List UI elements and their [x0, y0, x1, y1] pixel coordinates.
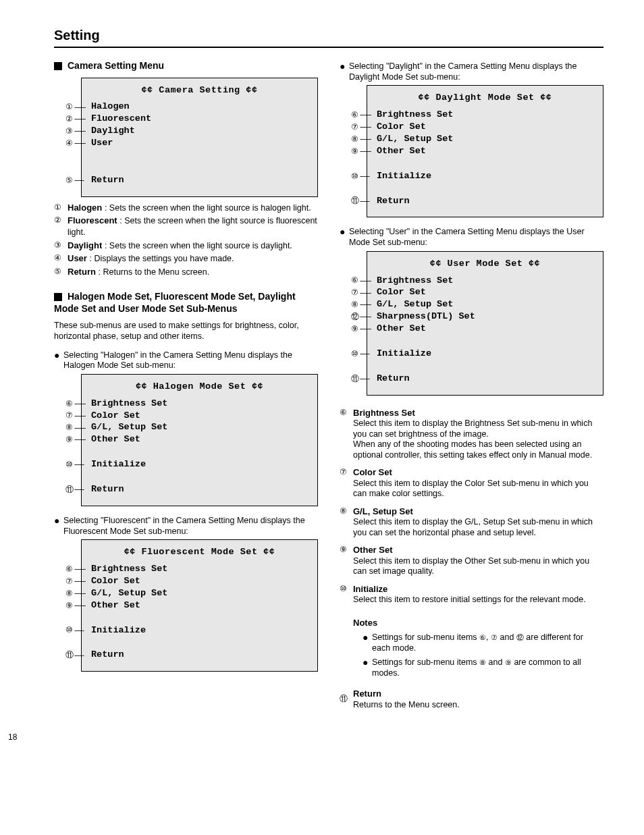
menu-item-brightness[interactable]: Brightness Set	[91, 564, 167, 575]
legend-num-3: ③	[54, 240, 68, 252]
halogen-menu: ¢¢ Halogen Mode Set ¢¢ ⑥-------Brightnes…	[81, 374, 318, 506]
legend-head-brightness: Brightness Set	[353, 408, 603, 419]
menu-item-color[interactable]: Color Set	[91, 576, 140, 587]
bullet-icon: ●	[340, 61, 349, 82]
menu-item-other[interactable]: Other Set	[91, 600, 140, 612]
menu-title: ¢¢ Halogen Mode Set ¢¢	[91, 381, 308, 393]
page-number: 18	[8, 732, 17, 743]
daylight-menu: ¢¢ Daylight Mode Set ¢¢ ⑥-------Brightne…	[367, 85, 603, 217]
submenu-legend: ⑥Brightness SetSelect this item to displ…	[340, 408, 603, 605]
callout-1: ①	[64, 102, 74, 112]
callout-3: ③	[64, 126, 74, 136]
menu-item-other[interactable]: Other Set	[377, 146, 426, 157]
return-legend: ⑪ ReturnReturns to the Menu screen.	[340, 689, 603, 711]
mode-set-para: These sub-menus are used to make setting…	[54, 321, 318, 342]
user-menu: ¢¢ User Mode Set ¢¢ ⑥-------Brightness S…	[367, 251, 603, 396]
legend-num-2: ②	[54, 215, 68, 238]
callout-5: ⑤	[64, 176, 74, 186]
bullet-icon: ●	[54, 350, 63, 371]
menu-item-halogen[interactable]: Halogen	[91, 101, 130, 113]
menu-item-color[interactable]: Color Set	[377, 287, 426, 298]
callout-2: ②	[64, 114, 74, 124]
menu-item-initialize[interactable]: Initialize	[91, 459, 146, 470]
menu-item-gl-setup[interactable]: G/L, Setup Set	[91, 588, 167, 599]
menu-item-initialize[interactable]: Initialize	[91, 625, 146, 637]
legend-num-4: ④	[54, 253, 68, 265]
bullet-icon: ●	[340, 227, 349, 248]
fluorescent-intro: Selecting "Fluorescent" in the Camera Se…	[63, 516, 318, 537]
menu-item-return[interactable]: Return	[377, 196, 410, 207]
legend-head-initialize: Initialize	[353, 584, 603, 595]
note-1: Settings for sub-menu items ⑥, ⑦ and ⑫ a…	[372, 632, 603, 653]
menu-item-gl-setup[interactable]: G/L, Setup Set	[91, 422, 167, 433]
camera-setting-menu: ¢¢ Camera Setting ¢¢ ①-------Halogen ②--…	[81, 78, 318, 197]
right-column: ●Selecting "Daylight" in the Camera Sett…	[340, 57, 603, 710]
menu-item-return[interactable]: Return	[377, 373, 410, 385]
menu-item-brightness[interactable]: Brightness Set	[377, 275, 453, 287]
bullet-icon: ●	[363, 657, 372, 678]
legend-head-color: Color Set	[353, 467, 603, 478]
menu-title: ¢¢ Daylight Mode Set ¢¢	[377, 92, 593, 104]
menu-title: ¢¢ Fluorescent Mode Set ¢¢	[91, 547, 308, 558]
menu-item-other[interactable]: Other Set	[91, 434, 140, 446]
note-2: Settings for sub-menu items ⑧ and ⑨ are …	[372, 657, 603, 678]
section-title: Setting	[54, 27, 603, 44]
camera-setting-heading: Camera Setting Menu	[54, 60, 318, 72]
notes-heading: Notes	[353, 618, 603, 628]
bullet-icon: ●	[363, 632, 372, 653]
menu-item-gl-setup[interactable]: G/L, Setup Set	[377, 299, 453, 311]
menu-item-return[interactable]: Return	[91, 649, 124, 661]
user-intro: Selecting "User" in the Camera Setting M…	[349, 227, 603, 248]
menu-title: ¢¢ Camera Setting ¢¢	[91, 85, 308, 97]
mode-set-heading: Halogen Mode Set, Fluorescent Mode Set, …	[54, 290, 318, 316]
legend-num-1: ①	[54, 203, 68, 214]
bullet-icon: ●	[54, 516, 63, 537]
menu-item-user[interactable]: User	[91, 138, 113, 149]
square-bullet-icon	[54, 62, 62, 70]
menu-item-brightness[interactable]: Brightness Set	[377, 109, 453, 121]
left-column: Camera Setting Menu ¢¢ Camera Setting ¢¢…	[54, 57, 318, 710]
legend-head-gl: G/L, Setup Set	[353, 506, 603, 517]
daylight-intro: Selecting "Daylight" in the Camera Setti…	[349, 61, 603, 82]
menu-item-other[interactable]: Other Set	[377, 323, 426, 335]
legend-head-other: Other Set	[353, 545, 603, 556]
camera-setting-legend: ①Halogen : Sets the screen when the ligh…	[54, 203, 318, 278]
menu-item-color[interactable]: Color Set	[377, 122, 426, 133]
legend-num-5: ⑤	[54, 267, 68, 278]
section-rule	[54, 47, 603, 48]
menu-item-initialize[interactable]: Initialize	[377, 171, 431, 182]
menu-item-daylight[interactable]: Daylight	[91, 126, 135, 137]
menu-item-color[interactable]: Color Set	[91, 410, 140, 422]
menu-item-brightness[interactable]: Brightness Set	[91, 398, 167, 410]
menu-item-return[interactable]: Return	[91, 484, 124, 495]
halogen-intro: Selecting "Halogen" in the Camera Settin…	[63, 350, 318, 371]
menu-item-sharpness[interactable]: Sharpness(DTL) Set	[377, 311, 475, 323]
menu-item-fluorescent[interactable]: Fluorescent	[91, 113, 151, 125]
square-bullet-icon	[54, 293, 62, 301]
menu-item-gl-setup[interactable]: G/L, Setup Set	[377, 134, 453, 145]
menu-title: ¢¢ User Mode Set ¢¢	[377, 259, 593, 270]
fluorescent-menu: ¢¢ Fluorescent Mode Set ¢¢ ⑥-------Brigh…	[81, 539, 318, 672]
callout-4: ④	[64, 138, 74, 149]
menu-item-initialize[interactable]: Initialize	[377, 348, 431, 360]
menu-item-return[interactable]: Return	[91, 175, 124, 186]
